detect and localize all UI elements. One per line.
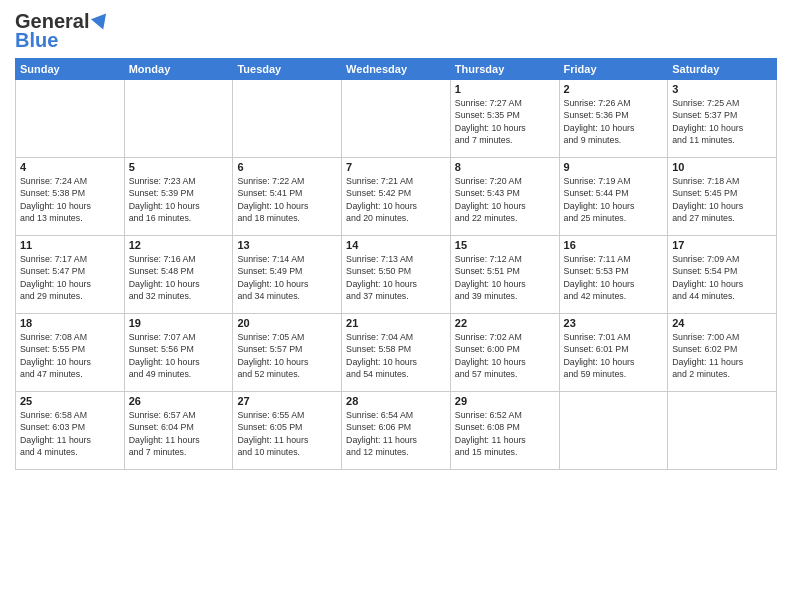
calendar-cell	[559, 392, 668, 470]
calendar-header-tuesday: Tuesday	[233, 59, 342, 80]
day-info: Sunrise: 6:52 AM Sunset: 6:08 PM Dayligh…	[455, 409, 555, 458]
calendar-cell	[16, 80, 125, 158]
day-info: Sunrise: 7:00 AM Sunset: 6:02 PM Dayligh…	[672, 331, 772, 380]
calendar-cell: 18Sunrise: 7:08 AM Sunset: 5:55 PM Dayli…	[16, 314, 125, 392]
day-number: 25	[20, 395, 120, 407]
calendar-header-wednesday: Wednesday	[342, 59, 451, 80]
day-number: 10	[672, 161, 772, 173]
day-number: 12	[129, 239, 229, 251]
calendar-cell: 4Sunrise: 7:24 AM Sunset: 5:38 PM Daylig…	[16, 158, 125, 236]
day-number: 14	[346, 239, 446, 251]
day-info: Sunrise: 7:25 AM Sunset: 5:37 PM Dayligh…	[672, 97, 772, 146]
day-info: Sunrise: 7:05 AM Sunset: 5:57 PM Dayligh…	[237, 331, 337, 380]
day-number: 13	[237, 239, 337, 251]
day-number: 18	[20, 317, 120, 329]
day-number: 7	[346, 161, 446, 173]
calendar-header-monday: Monday	[124, 59, 233, 80]
calendar-header-saturday: Saturday	[668, 59, 777, 80]
calendar-week-row: 11Sunrise: 7:17 AM Sunset: 5:47 PM Dayli…	[16, 236, 777, 314]
day-info: Sunrise: 7:17 AM Sunset: 5:47 PM Dayligh…	[20, 253, 120, 302]
day-info: Sunrise: 7:22 AM Sunset: 5:41 PM Dayligh…	[237, 175, 337, 224]
day-info: Sunrise: 6:55 AM Sunset: 6:05 PM Dayligh…	[237, 409, 337, 458]
day-info: Sunrise: 6:58 AM Sunset: 6:03 PM Dayligh…	[20, 409, 120, 458]
calendar-cell	[668, 392, 777, 470]
calendar-cell: 3Sunrise: 7:25 AM Sunset: 5:37 PM Daylig…	[668, 80, 777, 158]
calendar-cell: 7Sunrise: 7:21 AM Sunset: 5:42 PM Daylig…	[342, 158, 451, 236]
logo: General Blue	[15, 10, 107, 52]
day-info: Sunrise: 7:13 AM Sunset: 5:50 PM Dayligh…	[346, 253, 446, 302]
day-info: Sunrise: 7:20 AM Sunset: 5:43 PM Dayligh…	[455, 175, 555, 224]
calendar-cell: 22Sunrise: 7:02 AM Sunset: 6:00 PM Dayli…	[450, 314, 559, 392]
day-info: Sunrise: 7:19 AM Sunset: 5:44 PM Dayligh…	[564, 175, 664, 224]
day-number: 11	[20, 239, 120, 251]
day-info: Sunrise: 7:14 AM Sunset: 5:49 PM Dayligh…	[237, 253, 337, 302]
calendar-cell: 29Sunrise: 6:52 AM Sunset: 6:08 PM Dayli…	[450, 392, 559, 470]
calendar-cell: 19Sunrise: 7:07 AM Sunset: 5:56 PM Dayli…	[124, 314, 233, 392]
day-info: Sunrise: 7:08 AM Sunset: 5:55 PM Dayligh…	[20, 331, 120, 380]
day-info: Sunrise: 7:01 AM Sunset: 6:01 PM Dayligh…	[564, 331, 664, 380]
day-number: 26	[129, 395, 229, 407]
day-number: 4	[20, 161, 120, 173]
calendar-cell: 15Sunrise: 7:12 AM Sunset: 5:51 PM Dayli…	[450, 236, 559, 314]
calendar-header-sunday: Sunday	[16, 59, 125, 80]
day-number: 15	[455, 239, 555, 251]
day-info: Sunrise: 7:09 AM Sunset: 5:54 PM Dayligh…	[672, 253, 772, 302]
logo-blue: Blue	[15, 29, 58, 52]
calendar-week-row: 25Sunrise: 6:58 AM Sunset: 6:03 PM Dayli…	[16, 392, 777, 470]
calendar-cell: 10Sunrise: 7:18 AM Sunset: 5:45 PM Dayli…	[668, 158, 777, 236]
calendar-cell: 9Sunrise: 7:19 AM Sunset: 5:44 PM Daylig…	[559, 158, 668, 236]
calendar-week-row: 18Sunrise: 7:08 AM Sunset: 5:55 PM Dayli…	[16, 314, 777, 392]
day-number: 23	[564, 317, 664, 329]
day-info: Sunrise: 7:23 AM Sunset: 5:39 PM Dayligh…	[129, 175, 229, 224]
day-info: Sunrise: 7:07 AM Sunset: 5:56 PM Dayligh…	[129, 331, 229, 380]
day-number: 5	[129, 161, 229, 173]
day-info: Sunrise: 7:24 AM Sunset: 5:38 PM Dayligh…	[20, 175, 120, 224]
day-number: 29	[455, 395, 555, 407]
calendar-cell: 5Sunrise: 7:23 AM Sunset: 5:39 PM Daylig…	[124, 158, 233, 236]
header: General Blue	[15, 10, 777, 52]
calendar-cell: 21Sunrise: 7:04 AM Sunset: 5:58 PM Dayli…	[342, 314, 451, 392]
day-number: 21	[346, 317, 446, 329]
calendar-cell	[342, 80, 451, 158]
calendar-week-row: 4Sunrise: 7:24 AM Sunset: 5:38 PM Daylig…	[16, 158, 777, 236]
calendar-cell: 16Sunrise: 7:11 AM Sunset: 5:53 PM Dayli…	[559, 236, 668, 314]
calendar-cell	[233, 80, 342, 158]
day-number: 20	[237, 317, 337, 329]
day-info: Sunrise: 7:12 AM Sunset: 5:51 PM Dayligh…	[455, 253, 555, 302]
calendar-cell: 24Sunrise: 7:00 AM Sunset: 6:02 PM Dayli…	[668, 314, 777, 392]
day-number: 8	[455, 161, 555, 173]
calendar-cell: 11Sunrise: 7:17 AM Sunset: 5:47 PM Dayli…	[16, 236, 125, 314]
page: General Blue SundayMondayTuesdayWednesda…	[0, 0, 792, 612]
calendar-cell: 13Sunrise: 7:14 AM Sunset: 5:49 PM Dayli…	[233, 236, 342, 314]
day-number: 16	[564, 239, 664, 251]
calendar-cell: 25Sunrise: 6:58 AM Sunset: 6:03 PM Dayli…	[16, 392, 125, 470]
day-number: 2	[564, 83, 664, 95]
day-info: Sunrise: 7:04 AM Sunset: 5:58 PM Dayligh…	[346, 331, 446, 380]
day-number: 6	[237, 161, 337, 173]
calendar-cell: 12Sunrise: 7:16 AM Sunset: 5:48 PM Dayli…	[124, 236, 233, 314]
day-info: Sunrise: 6:57 AM Sunset: 6:04 PM Dayligh…	[129, 409, 229, 458]
day-number: 28	[346, 395, 446, 407]
calendar-header-thursday: Thursday	[450, 59, 559, 80]
day-number: 3	[672, 83, 772, 95]
calendar-cell: 2Sunrise: 7:26 AM Sunset: 5:36 PM Daylig…	[559, 80, 668, 158]
day-info: Sunrise: 7:02 AM Sunset: 6:00 PM Dayligh…	[455, 331, 555, 380]
day-info: Sunrise: 7:18 AM Sunset: 5:45 PM Dayligh…	[672, 175, 772, 224]
day-number: 19	[129, 317, 229, 329]
calendar-cell	[124, 80, 233, 158]
day-number: 9	[564, 161, 664, 173]
calendar-header-friday: Friday	[559, 59, 668, 80]
calendar-cell: 6Sunrise: 7:22 AM Sunset: 5:41 PM Daylig…	[233, 158, 342, 236]
calendar-cell: 27Sunrise: 6:55 AM Sunset: 6:05 PM Dayli…	[233, 392, 342, 470]
day-info: Sunrise: 7:16 AM Sunset: 5:48 PM Dayligh…	[129, 253, 229, 302]
calendar-cell: 8Sunrise: 7:20 AM Sunset: 5:43 PM Daylig…	[450, 158, 559, 236]
day-info: Sunrise: 7:26 AM Sunset: 5:36 PM Dayligh…	[564, 97, 664, 146]
calendar-header-row: SundayMondayTuesdayWednesdayThursdayFrid…	[16, 59, 777, 80]
calendar-cell: 17Sunrise: 7:09 AM Sunset: 5:54 PM Dayli…	[668, 236, 777, 314]
day-info: Sunrise: 7:21 AM Sunset: 5:42 PM Dayligh…	[346, 175, 446, 224]
day-number: 17	[672, 239, 772, 251]
day-number: 1	[455, 83, 555, 95]
calendar-cell: 28Sunrise: 6:54 AM Sunset: 6:06 PM Dayli…	[342, 392, 451, 470]
day-number: 27	[237, 395, 337, 407]
day-number: 24	[672, 317, 772, 329]
